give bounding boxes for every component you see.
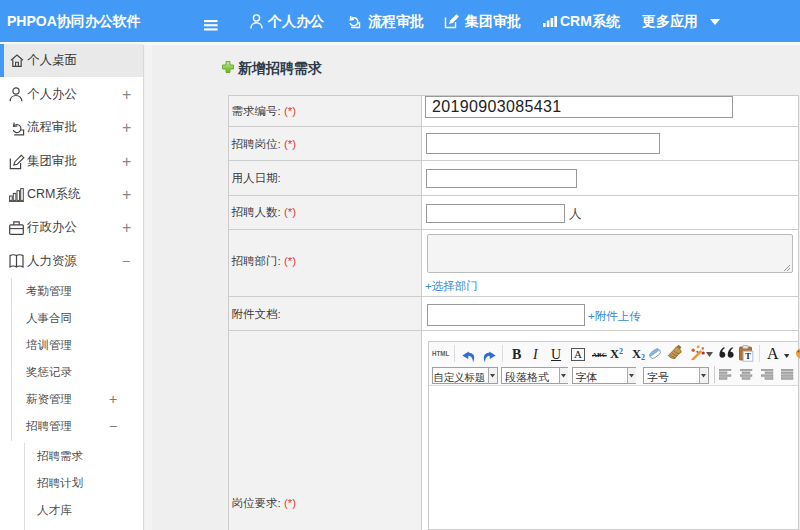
svg-text:T: T	[745, 351, 751, 361]
